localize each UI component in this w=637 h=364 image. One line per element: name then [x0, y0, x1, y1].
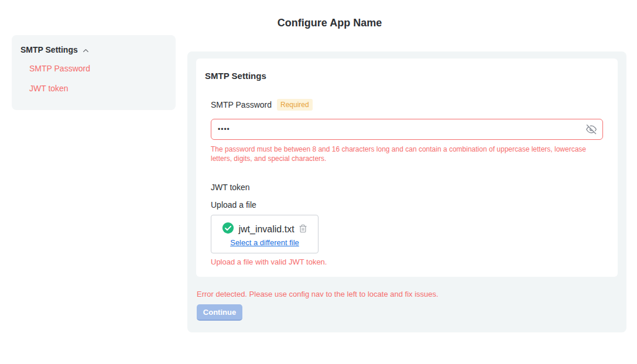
upload-file-label: Upload a file	[211, 200, 603, 210]
smtp-password-label: SMTP Password	[211, 100, 272, 109]
select-different-file-link[interactable]: Select a different file	[230, 238, 299, 247]
config-panel: SMTP Settings SMTP Password Required The…	[187, 51, 626, 332]
trash-icon[interactable]	[299, 224, 307, 233]
file-upload-box: jwt_invalid.txt Select a different file	[211, 215, 318, 253]
card-title: SMTP Settings	[205, 71, 603, 81]
uploaded-file-row: jwt_invalid.txt	[211, 222, 318, 236]
chevron-up-icon[interactable]	[82, 47, 90, 54]
uploaded-file-name: jwt_invalid.txt	[238, 224, 294, 235]
continue-button[interactable]: Continue	[197, 304, 242, 321]
nav-list: SMTP Password JWT token	[20, 64, 167, 94]
smtp-password-input[interactable]	[211, 119, 603, 140]
nav-section-smtp-settings[interactable]: SMTP Settings	[20, 45, 167, 54]
jwt-error-text: Upload a file with valid JWT token.	[211, 257, 603, 266]
eye-off-icon[interactable]	[586, 124, 597, 135]
form-error-text: Error detected. Please use config nav to…	[197, 290, 618, 298]
smtp-settings-card: SMTP Settings SMTP Password Required The…	[196, 59, 618, 277]
password-helper-text: The password must be between 8 and 16 ch…	[211, 145, 602, 163]
jwt-token-label: JWT token	[211, 183, 603, 192]
nav-item-smtp-password[interactable]: SMTP Password	[29, 64, 167, 74]
card-fields: SMTP Password Required The password must…	[211, 99, 603, 266]
config-nav: SMTP Settings SMTP Password JWT token	[12, 35, 176, 110]
required-badge: Required	[277, 99, 313, 111]
password-input-wrap	[211, 119, 603, 140]
check-circle-icon	[222, 222, 234, 236]
page-title: Configure App Name	[22, 17, 637, 29]
nav-section-label: SMTP Settings	[20, 45, 78, 54]
nav-item-jwt-token[interactable]: JWT token	[29, 84, 167, 94]
smtp-password-label-row: SMTP Password Required	[211, 99, 603, 111]
page: { "page": { "title": "Configure App Name…	[0, 0, 637, 364]
